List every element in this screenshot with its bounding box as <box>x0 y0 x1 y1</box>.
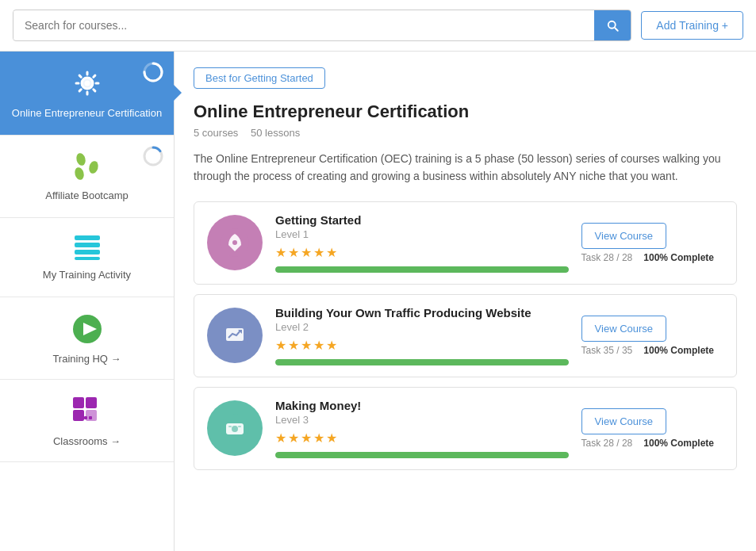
gear-icon <box>70 66 105 101</box>
task-complete-row-0: Task 28 / 28 100% Complete <box>581 252 723 263</box>
sidebar-item-affiliate-bootcamp[interactable]: Affiliate Bootcamp <box>0 136 174 218</box>
svg-rect-16 <box>73 397 84 408</box>
stars-2: ★ ★ ★ ★ ★ <box>275 430 569 446</box>
card-right-1: View Course Task 35 / 35 100% Complete <box>581 316 723 356</box>
course-card-info-building-traffic: Building Your Own Traffic Producing Webs… <box>275 306 569 365</box>
app-container: Add Training + <box>0 0 756 551</box>
svg-rect-12 <box>75 250 100 254</box>
course-card-info-making-money: Making Money! Level 3 ★ ★ ★ ★ ★ <box>275 399 569 458</box>
money-icon <box>220 413 250 443</box>
task-info-2: Task 28 / 28 <box>581 438 633 449</box>
course-card-level-0: Level 1 <box>275 228 569 240</box>
sidebar-item-classrooms-label: Classrooms → <box>53 435 121 447</box>
sidebar-item-affiliate-label: Affiliate Bootcamp <box>45 189 129 203</box>
svg-rect-11 <box>75 243 100 247</box>
view-course-button-0[interactable]: View Course <box>581 223 666 249</box>
rocket-icon <box>220 228 250 258</box>
course-description: The Online Entrepreneur Certification (O… <box>194 150 737 186</box>
sidebar-arrow <box>171 82 182 104</box>
card-right-0: View Course Task 28 / 28 100% Complete <box>581 223 723 263</box>
progress-row-0 <box>275 266 569 273</box>
course-card-building-traffic: Building Your Own Traffic Producing Webs… <box>194 294 737 377</box>
task-info-1: Task 35 / 35 <box>581 345 633 356</box>
sidebar-item-training-activity-label: My Training Activity <box>43 269 131 282</box>
course-card-getting-started: Getting Started Level 1 ★ ★ ★ ★ ★ <box>194 201 737 285</box>
courses-count: 5 courses <box>194 127 238 139</box>
search-input-wrapper <box>13 10 631 41</box>
course-card-level-1: Level 2 <box>275 321 569 333</box>
svg-point-9 <box>73 166 85 181</box>
progress-row-1 <box>275 359 569 365</box>
sidebar-item-training-hq[interactable]: Training HQ → <box>0 297 174 380</box>
course-card-level-2: Level 3 <box>275 414 569 426</box>
search-input[interactable] <box>13 11 594 40</box>
sidebar-item-oec-label: Online Entrepreneur Certification <box>12 107 162 121</box>
progress-ring-affiliate <box>142 145 164 170</box>
best-for-badge: Best for Getting Started <box>194 67 325 89</box>
task-complete-row-1: Task 35 / 35 100% Complete <box>581 345 723 356</box>
course-card-info-getting-started: Getting Started Level 1 ★ ★ ★ ★ ★ <box>275 213 569 273</box>
search-button[interactable] <box>594 10 631 40</box>
svg-point-30 <box>232 426 238 432</box>
chart-icon <box>220 320 250 350</box>
add-training-button[interactable]: Add Training + <box>641 11 743 40</box>
svg-rect-32 <box>238 426 241 427</box>
sidebar: Online Entrepreneur Certification Affili… <box>0 52 175 551</box>
svg-point-4 <box>84 81 90 86</box>
course-meta: 5 courses 50 lessons <box>194 127 737 139</box>
progress-bar-2 <box>275 452 569 458</box>
search-bar: Add Training + <box>0 0 756 52</box>
stars-0: ★ ★ ★ ★ ★ <box>275 245 569 260</box>
progress-bar-1 <box>275 359 569 365</box>
svg-rect-22 <box>89 416 92 419</box>
sidebar-item-online-entrepreneur[interactable]: Online Entrepreneur Certification <box>0 52 174 136</box>
view-course-button-2[interactable]: View Course <box>581 408 666 434</box>
card-right-2: View Course Task 28 / 28 100% Complete <box>581 408 723 449</box>
svg-rect-17 <box>86 397 97 408</box>
complete-label-1: 100% Complete <box>643 345 714 356</box>
footsteps-icon <box>73 150 102 183</box>
svg-point-24 <box>232 240 237 245</box>
grid-icon <box>70 394 105 429</box>
task-info-0: Task 28 / 28 <box>581 252 633 263</box>
lessons-count: 50 lessons <box>251 127 300 139</box>
course-title: Online Entrepreneur Certification <box>194 101 737 122</box>
svg-rect-13 <box>75 257 100 260</box>
svg-point-8 <box>87 160 99 174</box>
sidebar-item-training-hq-label: Training HQ → <box>52 353 121 365</box>
play-icon <box>70 312 105 346</box>
course-card-making-money: Making Money! Level 3 ★ ★ ★ ★ ★ <box>194 387 737 470</box>
sidebar-item-my-training[interactable]: My Training Activity <box>0 218 174 297</box>
progress-row-2 <box>275 452 569 458</box>
progress-fill-2 <box>275 452 569 458</box>
progress-fill-1 <box>275 359 569 365</box>
complete-label-2: 100% Complete <box>643 438 714 449</box>
progress-ring-oec <box>142 61 164 86</box>
svg-rect-10 <box>75 235 100 240</box>
task-complete-row-2: Task 28 / 28 100% Complete <box>581 438 723 449</box>
svg-rect-18 <box>73 410 84 421</box>
progress-fill-0 <box>275 266 569 273</box>
complete-label-0: 100% Complete <box>643 252 714 263</box>
svg-rect-31 <box>228 426 232 427</box>
course-thumb-getting-started <box>207 215 263 270</box>
course-thumb-making-money <box>207 400 263 456</box>
content-area: Best for Getting Started Online Entrepre… <box>175 52 756 551</box>
svg-rect-21 <box>84 416 87 419</box>
progress-bar-0 <box>275 266 569 273</box>
course-card-title-2: Making Money! <box>275 399 569 412</box>
course-card-title-1: Building Your Own Traffic Producing Webs… <box>275 306 569 320</box>
svg-point-7 <box>75 152 86 166</box>
sidebar-item-classrooms[interactable]: Classrooms → <box>0 380 174 462</box>
course-card-title-0: Getting Started <box>275 213 569 227</box>
books-icon <box>71 232 103 262</box>
stars-1: ★ ★ ★ ★ ★ <box>275 338 569 353</box>
course-thumb-building-traffic <box>207 308 263 363</box>
view-course-button-1[interactable]: View Course <box>581 316 666 342</box>
svg-rect-20 <box>79 416 83 419</box>
search-icon <box>605 18 620 33</box>
main-layout: Online Entrepreneur Certification Affili… <box>0 52 756 551</box>
